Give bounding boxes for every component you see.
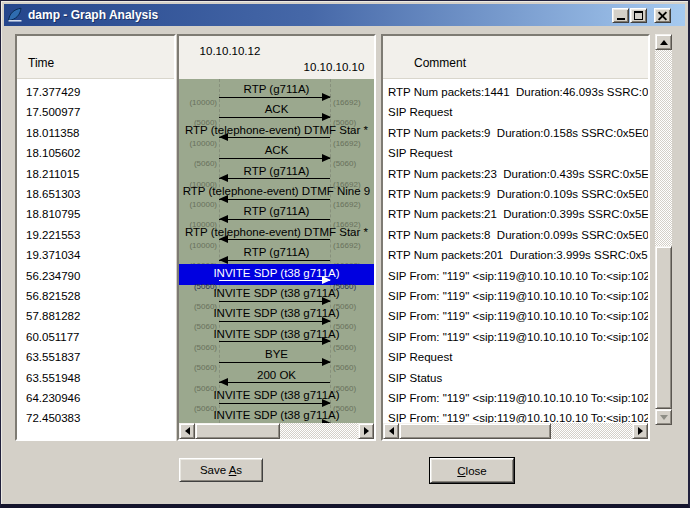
graph-message-row[interactable]: RTP (g711A)(10000)(16692) <box>179 203 374 224</box>
graph-message-row[interactable]: INVITE SDP (t38 g711A)(5060)(5060) <box>179 264 374 285</box>
close-window-button[interactable] <box>654 8 671 23</box>
time-cell[interactable]: 17.377429 <box>26 86 80 99</box>
wireshark-logo-icon <box>7 7 23 23</box>
time-cell[interactable]: 72.450383 <box>26 412 80 425</box>
graph-message-row[interactable]: RTP (g711A)(10000)(16692) <box>179 162 374 183</box>
scrollbar-thumb[interactable] <box>655 246 672 409</box>
time-cell[interactable]: 19.371034 <box>26 249 80 262</box>
graph-message-row[interactable]: INVITE SDP (t38 g711A)(5060)(5060) <box>179 407 374 423</box>
graph-message-row[interactable]: RTP (telephone-event) DTMF Star *(10000)… <box>179 223 374 244</box>
message-label: RTP (telephone-event) DTMF Nine 9 <box>179 185 374 197</box>
message-arrow-line <box>219 239 330 240</box>
scrollbar-thumb[interactable] <box>195 423 280 439</box>
graph-horizontal-scrollbar[interactable] <box>179 423 374 439</box>
titlebar[interactable]: damp - Graph Analysis <box>4 4 685 26</box>
message-label: INVITE SDP (t38 g711A) <box>179 389 374 401</box>
time-cell[interactable]: 63.551948 <box>26 372 80 385</box>
arrow-right-icon <box>364 427 369 435</box>
time-cell[interactable]: 64.230946 <box>26 392 80 405</box>
comment-column-header[interactable]: Comment <box>383 36 648 79</box>
graph-message-row[interactable]: RTP (telephone-event) DTMF Nine 9(10000)… <box>179 183 374 204</box>
comment-cell[interactable]: SIP From: "119" <sip:119@10.10.10.10 To:… <box>388 412 648 423</box>
comment-cell[interactable]: RTP Num packets:23 Duration:0.439s SSRC:… <box>388 168 648 181</box>
graph-message-row[interactable]: INVITE SDP (t38 g711A)(5060)(5060) <box>179 285 374 306</box>
graph-message-row[interactable]: RTP (g711A)(10000)(16692) <box>179 81 374 102</box>
graph-panel: 10.10.10.12 10.10.10.10 RTP (g711A)(1000… <box>177 34 376 441</box>
comment-cell[interactable]: RTP Num packets:8 Duration:0.099s SSRC:0… <box>388 229 648 242</box>
maximize-button[interactable] <box>630 8 647 23</box>
time-cell[interactable]: 18.011358 <box>26 127 80 140</box>
vertical-scrollbar[interactable] <box>655 34 672 425</box>
graph-message-row[interactable]: RTP (telephone-event) DTMF Star *(10000)… <box>179 121 374 142</box>
message-label: 200 OK <box>179 369 374 381</box>
message-arrow-line <box>219 301 330 302</box>
scrollbar-thumb[interactable] <box>399 423 551 439</box>
scroll-right-button[interactable] <box>358 423 374 439</box>
message-label: RTP (g711A) <box>179 205 374 217</box>
comment-cell[interactable]: SIP From: "119" <sip:119@10.10.10.10 To:… <box>388 270 648 283</box>
time-cell[interactable]: 19.221553 <box>26 229 80 242</box>
message-arrowhead-icon <box>219 378 228 386</box>
comment-cell[interactable]: SIP Request <box>388 106 452 119</box>
message-arrowhead-icon <box>322 93 331 101</box>
time-cell[interactable]: 63.551837 <box>26 351 80 364</box>
graph-message-row[interactable]: ACK(5060)(5060) <box>179 142 374 163</box>
comment-cell[interactable]: SIP Status <box>388 372 442 385</box>
comment-cell[interactable]: SIP Request <box>388 147 452 160</box>
time-panel: Time 17.37742917.50097718.01135818.10560… <box>15 34 176 441</box>
time-cell[interactable]: 18.810795 <box>26 208 80 221</box>
message-arrowhead-icon <box>322 113 331 121</box>
message-arrow-line <box>219 260 330 261</box>
comment-cell[interactable]: SIP From: "119" <sip:119@10.10.10.10 To:… <box>388 331 648 344</box>
call-flow-graph[interactable]: RTP (g711A)(10000)(16692)ACK(5060)(5060)… <box>179 79 374 423</box>
comment-cell[interactable]: SIP Request <box>388 351 452 364</box>
graph-message-row[interactable]: RTP (g711A)(10000)(16692) <box>179 244 374 265</box>
graph-message-row[interactable]: ACK(5060)(5060) <box>179 101 374 122</box>
time-cell[interactable]: 60.051177 <box>26 331 80 344</box>
time-cell[interactable]: 56.234790 <box>26 270 80 283</box>
comment-cell[interactable]: SIP From: "119" <sip:119@10.10.10.10 To:… <box>388 290 648 303</box>
comment-cell[interactable]: SIP From: "119" <sip:119@10.10.10.10 To:… <box>388 392 648 405</box>
time-cell[interactable]: 56.821528 <box>26 290 80 303</box>
window-title: damp - Graph Analysis <box>28 8 158 22</box>
close-button-ring: Close <box>429 457 515 484</box>
comment-cell[interactable]: RTP Num packets:1441 Duration:46.093s SS… <box>388 86 648 99</box>
close-button[interactable]: Close <box>430 458 514 483</box>
arrow-right-icon <box>638 427 643 435</box>
graph-message-row[interactable]: INVITE SDP (t38 g711A)(5060)(5060) <box>179 325 374 346</box>
graph-message-row[interactable]: INVITE SDP (t38 g711A)(5060)(5060) <box>179 387 374 408</box>
comment-cell[interactable]: SIP From: "119" <sip:119@10.10.10.10 To:… <box>388 310 648 323</box>
comment-cell[interactable]: RTP Num packets:9 Duration:0.158s SSRC:0… <box>388 127 648 140</box>
message-label: ACK <box>179 144 374 156</box>
time-rows: 17.37742917.50097718.01135818.10560218.2… <box>17 79 174 439</box>
scroll-left-button[interactable] <box>179 423 195 439</box>
comment-horizontal-scrollbar[interactable] <box>383 423 648 439</box>
message-arrowhead-icon <box>322 399 331 407</box>
time-column-header[interactable]: Time <box>17 36 174 79</box>
message-label: BYE <box>179 348 374 360</box>
time-cell[interactable]: 18.105602 <box>26 147 80 160</box>
scroll-up-button[interactable] <box>655 34 672 50</box>
comment-cell[interactable]: RTP Num packets:21 Duration:0.399s SSRC:… <box>388 208 648 221</box>
graph-message-row[interactable]: 200 OK(5060)(5060) <box>179 366 374 387</box>
time-cell[interactable]: 57.881282 <box>26 310 80 323</box>
message-label: RTP (g711A) <box>179 246 374 258</box>
save-as-button[interactable]: Save As <box>179 458 263 482</box>
message-arrowhead-icon <box>322 297 331 305</box>
scroll-down-button[interactable] <box>655 409 672 425</box>
message-arrowhead-icon <box>322 358 331 366</box>
graph-message-row[interactable]: INVITE SDP (t38 g711A)(5060)(5060) <box>179 305 374 326</box>
comment-cell[interactable]: RTP Num packets:9 Duration:0.109s SSRC:0… <box>388 188 648 201</box>
message-label: RTP (g711A) <box>179 83 374 95</box>
scroll-left-button[interactable] <box>383 423 399 439</box>
minimize-button[interactable] <box>612 8 629 23</box>
scroll-right-button[interactable] <box>632 423 648 439</box>
comment-cell[interactable]: RTP Num packets:201 Duration:3.999s SSRC… <box>388 249 648 262</box>
time-cell[interactable]: 18.211015 <box>26 168 80 181</box>
time-cell[interactable]: 18.651303 <box>26 188 80 201</box>
time-cell[interactable]: 17.500977 <box>26 106 80 119</box>
graph-message-row[interactable]: BYE(5060)(5060) <box>179 346 374 367</box>
save-as-label: Save As <box>200 464 242 476</box>
node-address-left: 10.10.10.12 <box>179 45 281 57</box>
close-label: Close <box>457 465 486 477</box>
